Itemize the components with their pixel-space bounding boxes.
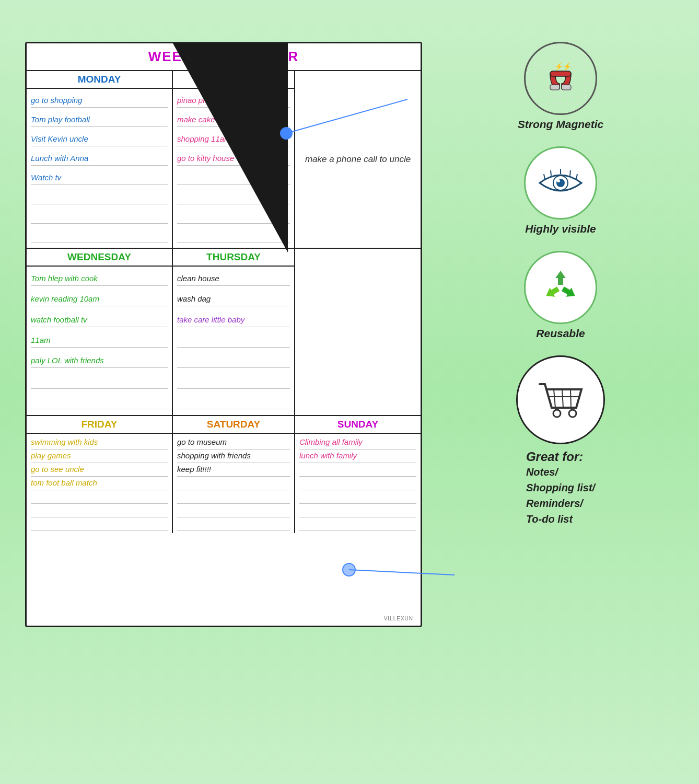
saturday-header: SATURDAY: [173, 416, 294, 434]
wednesday-cell: WEDNESDAY Tom hlep with cook kevin readi…: [27, 249, 173, 415]
monday-item-1: go to shopping: [31, 94, 168, 108]
friday-item-1: swimming with kids: [31, 436, 168, 449]
tuesday-item-8: [177, 229, 290, 243]
thursday-item-7: [177, 396, 290, 409]
great-for-text: Great for: Notes/Shopping list/Reminders…: [526, 449, 595, 527]
magnetic-circle: ⚡ ⚡: [524, 42, 597, 115]
feature-visible: Highly visible: [524, 146, 597, 235]
friday-cell: FRIDAY swimming with kids play games go …: [27, 416, 173, 533]
wednesday-item-2: kevin reading 10am: [31, 293, 168, 306]
eye-icon: [534, 165, 587, 201]
feature-magnetic: ⚡ ⚡ Strong Magnetic: [518, 42, 604, 131]
saturday-item-5: [177, 490, 290, 504]
recycle-icon: [537, 264, 584, 311]
magnet-icon: ⚡ ⚡: [540, 57, 581, 99]
sunday-header: SUNDAY: [295, 416, 421, 434]
sunday-item-5: [299, 490, 416, 504]
svg-rect-7: [550, 85, 560, 90]
saturday-item-4: [177, 477, 290, 490]
thursday-item-5: [177, 354, 290, 368]
friday-item-4: tom foot ball match: [31, 477, 168, 490]
friday-item-6: [31, 504, 168, 517]
thursday-item-2: wash dag: [177, 293, 290, 306]
cart-icon: [532, 374, 589, 426]
brand-label: VILLEXUN: [384, 616, 413, 621]
wednesday-item-4: 11am: [31, 334, 168, 348]
svg-rect-6: [550, 71, 571, 76]
friday-item-7: [31, 517, 168, 531]
saturday-item-2: shopping with friends: [177, 449, 290, 463]
thursday-item-6: [177, 375, 290, 389]
monday-item-5: Watch tv: [31, 171, 168, 185]
sunday-item-1: Climbing all family: [299, 436, 416, 449]
svg-line-13: [562, 389, 563, 408]
thursday-item-1: clean house: [177, 272, 290, 286]
saturday-item-1: go to museum: [177, 436, 290, 449]
svg-point-17: [569, 410, 576, 417]
sunday-cell: SUNDAY Climbing all family lunch with fa…: [295, 416, 421, 533]
monday-cell: MONDAY go to shopping Tom play football …: [27, 71, 173, 248]
monday-item-8: [31, 229, 168, 243]
thursday-item-3: take care little baby: [177, 314, 290, 327]
feature-great-for: Great for: Notes/Shopping list/Reminders…: [516, 355, 605, 527]
saturday-cell: SATURDAY go to museum shopping with frie…: [173, 416, 295, 533]
svg-point-16: [553, 410, 561, 417]
slot-mid-right: [295, 249, 421, 415]
thursday-cell: THURSDAY clean house wash dag take care …: [173, 249, 295, 415]
wednesday-item-5: paly LOL with friends: [31, 354, 168, 368]
thursday-header: THURSDAY: [173, 249, 294, 267]
slot-top-right: make a phone call to uncle: [295, 71, 421, 248]
phone-call-note: make a phone call to uncle: [295, 146, 421, 173]
sunday-item-3: [299, 463, 416, 477]
sunday-item-4: [299, 477, 416, 490]
friday-item-2: play games: [31, 449, 168, 463]
monday-item-3: Visit Kevin uncle: [31, 133, 168, 146]
sunday-item-2: lunch with family: [299, 449, 416, 463]
reusable-label: Reusable: [536, 327, 585, 340]
visible-circle: [524, 146, 597, 220]
friday-header: FRIDAY: [27, 416, 172, 434]
svg-line-14: [570, 389, 571, 408]
wednesday-item-1: Tom hlep with cook: [31, 272, 168, 286]
svg-point-11: [557, 179, 560, 182]
friday-item-3: go to see uncle: [31, 463, 168, 477]
wednesday-header: WEDNESDAY: [27, 249, 172, 267]
monday-item-6: [31, 191, 168, 204]
saturday-item-7: [177, 517, 290, 531]
saturday-item-3: keep fit!!!!: [177, 463, 290, 477]
wednesday-item-7: [31, 396, 168, 409]
wednesday-item-6: [31, 375, 168, 389]
monday-item-4: Lunch with Anna: [31, 152, 168, 166]
visible-label: Highly visible: [525, 223, 596, 235]
feature-reusable: Reusable: [524, 251, 597, 340]
thursday-item-4: [177, 334, 290, 348]
svg-text:⚡: ⚡: [563, 62, 572, 71]
reusable-circle: [524, 251, 597, 324]
planner-board: WEEEKLY PLANNER MONDAY go to shopping To…: [25, 42, 422, 627]
friday-item-5: [31, 490, 168, 504]
svg-rect-8: [562, 85, 571, 90]
monday-item-7: [31, 210, 168, 224]
wednesday-item-3: watch football tv: [31, 314, 168, 327]
sunday-item-6: [299, 504, 416, 517]
magnetic-label: Strong Magnetic: [518, 118, 604, 131]
monday-header: MONDAY: [27, 71, 172, 89]
svg-line-12: [554, 389, 555, 408]
great-for-title: Great for:: [526, 449, 595, 464]
monday-item-2: Tom play football: [31, 113, 168, 127]
features-panel: ⚡ ⚡ Strong Magnetic: [443, 42, 678, 527]
great-for-items: Notes/Shopping list/Reminders/To-do list: [526, 464, 595, 527]
saturday-item-6: [177, 504, 290, 517]
cart-circle: [516, 355, 605, 444]
sunday-item-7: [299, 517, 416, 531]
